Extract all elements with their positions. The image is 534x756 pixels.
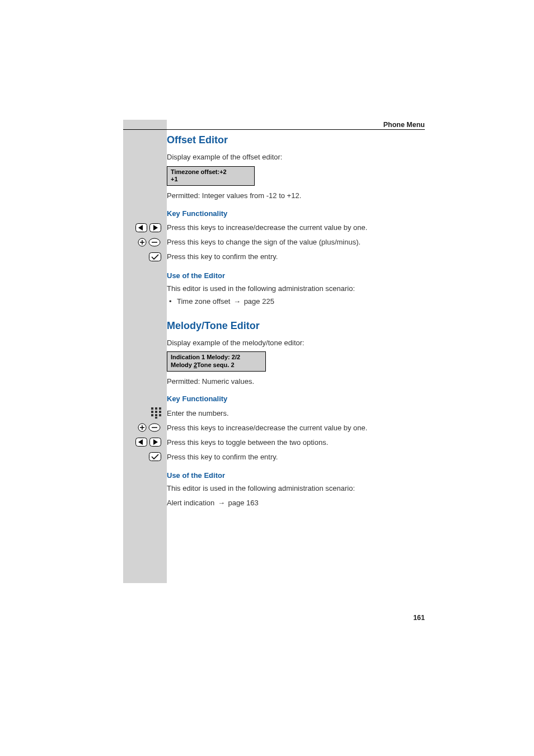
keypad-icon: [151, 407, 161, 419]
svg-rect-17: [155, 414, 157, 416]
svg-rect-12: [159, 407, 161, 410]
svg-rect-11: [155, 407, 157, 410]
arrow-icon: →: [233, 297, 241, 306]
confirm-check-icon: [149, 252, 161, 261]
melody-alert-label: Alert indication: [167, 499, 214, 507]
svg-rect-16: [151, 414, 153, 416]
svg-rect-10: [151, 407, 153, 410]
melody-alert-line: Alert indication → page 163: [167, 497, 430, 509]
left-right-arrow-icon: [135, 223, 161, 232]
melody-alert-pageref: page 163: [228, 499, 259, 507]
melody-permitted-text: Permitted: Numeric values.: [167, 376, 430, 387]
svg-rect-14: [155, 411, 157, 413]
svg-rect-29: [149, 453, 161, 461]
melody-key-leftright-text: Press this keys to toggle between the tw…: [167, 438, 328, 447]
melody-key-confirm-text: Press this key to confirm the entry.: [167, 453, 278, 461]
offset-editor-display: Timezone offset:+2 +1: [167, 166, 255, 186]
melody-key-func-heading: Key Functionality: [167, 395, 430, 403]
offset-editor-heading: Offset Editor: [167, 134, 430, 146]
melody-display-line1: Indication 1 Melody: 2/2: [171, 354, 262, 361]
offset-display-line2: +1: [171, 176, 251, 184]
svg-rect-19: [155, 417, 157, 419]
melody-editor-display: Indication 1 Melody: 2/2 Melody 2Tone se…: [167, 351, 266, 372]
offset-use-list-item: Time zone offset → page 225: [167, 296, 430, 308]
offset-display-line1: Timezone offset:+2: [171, 168, 251, 176]
svg-rect-15: [159, 411, 161, 413]
svg-rect-9: [149, 252, 161, 261]
offset-permitted-text: Permitted: Integer values from -12 to +1…: [167, 190, 430, 201]
header-section-title: Phone Menu: [383, 121, 425, 129]
melody-display-line2: Melody 2Tone sequ. 2: [171, 361, 262, 369]
header-rule: [123, 129, 425, 130]
melody-l2-prefix: Melody: [171, 361, 194, 368]
offset-use-heading: Use of the Editor: [167, 271, 430, 280]
melody-l2-suffix: Tone sequ. 2: [197, 361, 234, 368]
plus-minus-icon: [138, 238, 161, 247]
offset-editor-intro: Display example of the offset editor:: [167, 152, 430, 163]
plus-minus-icon: [138, 423, 161, 432]
offset-key-plusminus-text: Press this keys to change the sign of th…: [167, 238, 360, 246]
melody-key-plusminus-text: Press this keys to increase/decrease the…: [167, 424, 367, 432]
page-number: 161: [413, 614, 425, 622]
offset-use-intro: This editor is used in the following adm…: [167, 283, 430, 294]
svg-rect-18: [159, 414, 161, 416]
confirm-check-icon: [149, 452, 161, 461]
arrow-icon: →: [218, 499, 225, 507]
offset-key-func-heading: Key Functionality: [167, 209, 430, 218]
offset-use-list: Time zone offset → page 225: [167, 296, 430, 308]
melody-use-heading: Use of the Editor: [167, 471, 430, 480]
offset-key-confirm-text: Press this key to confirm the entry.: [167, 252, 278, 261]
melody-editor-heading: Melody/Tone Editor: [167, 320, 430, 332]
melody-key-keypad-text: Enter the numbers.: [167, 409, 229, 417]
left-grey-column: [123, 120, 167, 583]
svg-rect-13: [151, 411, 153, 413]
left-right-arrow-icon: [135, 438, 161, 447]
melody-editor-intro: Display example of the melody/tone edito…: [167, 337, 430, 349]
melody-use-intro: This editor is used in the following adm…: [167, 483, 430, 494]
offset-bullet-pageref: page 225: [244, 297, 274, 306]
offset-key-leftright-text: Press this keys to increase/decrease the…: [167, 223, 367, 232]
offset-bullet-label: Time zone offset: [177, 297, 230, 306]
